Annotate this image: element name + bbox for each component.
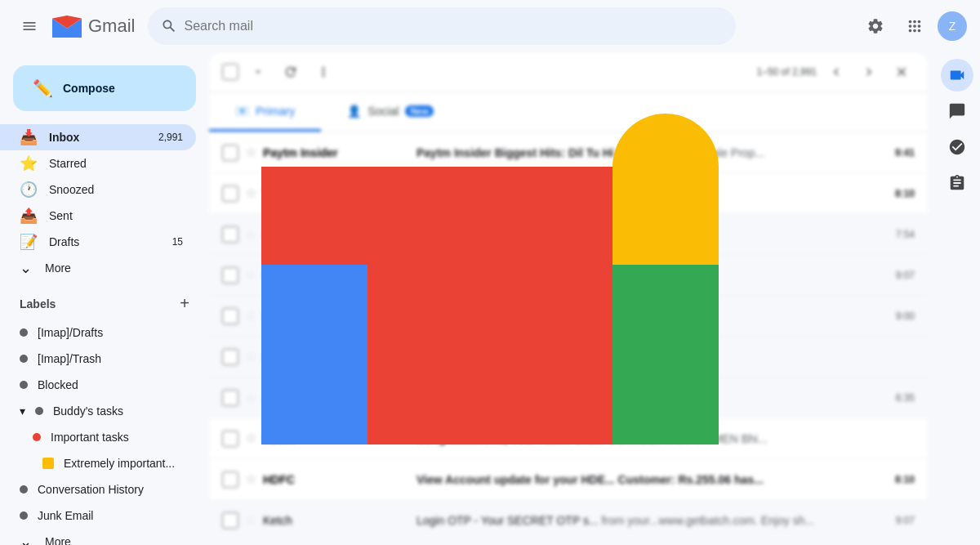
sidebar-item-inbox-label: Inbox [49,131,145,144]
email-checkbox[interactable] [222,308,238,324]
next-page-button[interactable] [856,59,882,85]
star-icon[interactable]: ☆ [245,226,256,242]
refresh-button[interactable] [278,59,304,85]
social-tab-label: Social [368,105,399,118]
primary-tab-label: Primary [256,105,295,118]
tasks-button[interactable] [941,167,973,199]
label-dot [42,458,54,469]
prev-page-button[interactable] [823,59,849,85]
email-row[interactable]: ☆ Laura Reminder: Schedule... - think do… [209,214,928,255]
spaces-button[interactable] [941,131,973,163]
star-icon[interactable]: ☆ [245,471,256,487]
search-bar[interactable] [148,7,736,45]
starred-icon: ⭐ [20,154,36,172]
email-row[interactable]: ☆ Medium Raise all Ser... zioletti in BE… [209,337,928,377]
google-apps-button[interactable] [898,10,931,42]
main-layout: ✏️ Compose 📥 Inbox 2,991 ⭐ Starred 🕐 Sno… [0,52,980,545]
label-dot [20,511,28,520]
email-checkbox[interactable] [222,145,238,161]
email-row[interactable]: ☆ Ketch Login OTP - Your SECRET OTP s...… [209,500,928,538]
email-row[interactable]: ☆ LinkedIn LinkedIn: and other roles are… [209,296,928,337]
email-row[interactable]: ☆ Ketch Congratulations, Your Katch Orde… [209,418,928,459]
menu-button[interactable] [13,10,46,42]
star-icon[interactable]: ☆ [245,512,256,528]
label-buddys-tasks[interactable]: ▾ Buddy's tasks [0,398,196,424]
more-options-button[interactable] [310,59,336,85]
label-extremely-important[interactable]: Extremely important... [0,450,196,476]
email-checkbox[interactable] [222,471,238,488]
account-avatar[interactable]: Z [938,11,967,41]
settings-button[interactable] [859,10,892,42]
star-icon[interactable]: ☆ [245,145,256,160]
email-checkbox[interactable] [222,349,238,365]
email-row[interactable]: ☆ The Hindu Top 5 on the avenue: A - Vit… [209,173,928,214]
label-important-tasks[interactable]: Important tasks [0,424,196,450]
label-imap-trash-text: [Imap]/Trash [38,352,101,365]
tab-social[interactable]: 👤 Social New [321,92,460,132]
inbox-tabs: 📧 Primary 👤 Social New [209,92,928,132]
chat-button[interactable] [941,95,973,127]
labels-title: Labels [20,297,56,310]
label-imap-drafts[interactable]: ​[Imap]/Drafts [0,319,196,346]
labels-section: Labels + [0,281,209,319]
sidebar-item-snoozed[interactable]: 🕐 Snoozed [0,176,196,203]
sidebar-more-label: More [45,261,71,275]
label-imap-trash[interactable]: [Imap]/Trash [0,346,196,372]
email-sender: Jessica [263,391,410,404]
sidebar-item-inbox[interactable]: 📥 Inbox 2,991 [0,124,196,150]
email-checkbox[interactable] [222,431,238,447]
star-icon[interactable]: ☆ [245,267,256,283]
email-body: Raise all Ser... zioletti in BELOVER - Z… [416,351,859,364]
email-body: Login OTP - Your SECRET OTP s... from yo… [416,514,859,527]
meet-button[interactable] [941,59,973,92]
search-icon [161,18,177,34]
email-checkbox[interactable] [222,185,238,202]
email-row[interactable]: ☆ Paytm Insider Paytm Insider Biggest Hi… [209,132,928,173]
inbox-count: 2,991 [158,132,183,143]
email-checkbox[interactable] [222,390,238,406]
email-list: ☆ Paytm Insider Paytm Insider Biggest Hi… [209,132,928,538]
label-extremely-important-text: Extremely important... [64,457,175,470]
star-icon[interactable]: ☆ [245,390,256,405]
email-checkbox[interactable] [222,226,238,243]
label-blocked[interactable]: Blocked [0,372,196,398]
email-body: LinkedIn: and other roles are available.… [416,310,859,323]
compose-button[interactable]: ✏️ Compose [13,65,196,111]
chevron-down-icon: ⌄ [20,533,32,545]
add-label-button[interactable]: + [180,294,189,313]
select-dropdown-button[interactable] [245,59,271,85]
email-checkbox[interactable] [222,512,238,529]
sidebar: ✏️ Compose 📥 Inbox 2,991 ⭐ Starred 🕐 Sno… [0,52,209,545]
inbox-icon: 📥 [20,128,36,146]
label-dot [20,485,28,494]
sidebar-bottom-more-toggle[interactable]: ⌄ More [0,529,196,545]
select-all-checkbox[interactable] [222,64,238,80]
tab-primary[interactable]: 📧 Primary [209,92,321,132]
email-checkbox[interactable] [222,267,238,284]
sidebar-bottom-more-label: More [45,535,71,545]
email-row[interactable]: ☆ HDFC View Account update for your HDE.… [209,459,928,500]
label-conversation-history[interactable]: Conversation History [0,476,196,503]
label-dot [20,355,28,363]
label-junk-email-text: Junk Email [38,509,93,522]
email-row[interactable]: ☆ Jessica The Br... comes the Star... ar… [209,377,928,418]
chevron-down-icon: ▾ [20,404,25,418]
email-body: Reminder: Schedule... - think don't d ag… [416,228,859,241]
label-junk-email[interactable]: Junk Email [0,503,196,529]
email-body: Congratulations, Your Katch Order Gu...h… [416,432,859,445]
drafts-icon: 📝 [20,233,36,251]
close-button[interactable] [889,59,915,85]
star-icon[interactable]: ☆ [245,431,256,446]
star-icon[interactable]: ☆ [245,308,256,324]
sidebar-item-drafts[interactable]: 📝 Drafts 15 [0,229,196,255]
star-icon[interactable]: ☆ [245,349,256,364]
email-row[interactable]: ☆ Myntra Myntra: Don't forget your... Zo… [209,255,928,296]
primary-tab-icon: 📧 [235,105,249,118]
sidebar-item-starred[interactable]: ⭐ Starred [0,150,196,176]
sidebar-more-toggle[interactable]: ⌄ More [0,255,196,281]
search-input[interactable] [184,19,723,34]
email-time: 6:35 [866,392,915,404]
star-icon[interactable]: ☆ [245,185,256,201]
sidebar-item-sent[interactable]: 📤 Sent [0,203,196,229]
label-dot [20,328,28,337]
